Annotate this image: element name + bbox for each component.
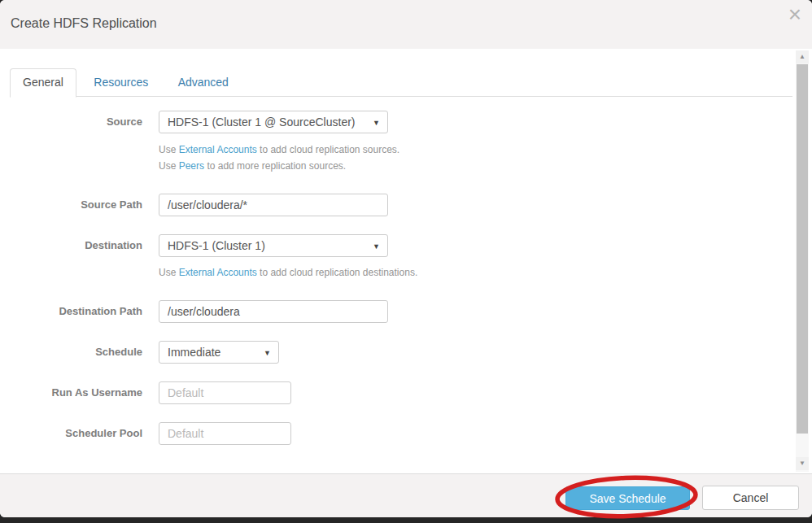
destination-path-input[interactable] xyxy=(159,300,388,323)
schedule-select[interactable]: Immediate ▼ xyxy=(159,341,279,364)
source-path-input[interactable] xyxy=(159,194,388,216)
tab-general[interactable]: General xyxy=(10,68,76,98)
destination-helper-text: Use External Accounts to add cloud repli… xyxy=(159,264,417,281)
source-helper-line-accounts: Use External Accounts to add cloud repli… xyxy=(159,142,399,158)
destination-path-label: Destination Path xyxy=(0,300,142,323)
destination-select[interactable]: HDFS-1 (Cluster 1) ▼ xyxy=(159,234,388,257)
run-as-username-label: Run As Username xyxy=(0,381,142,404)
scheduler-pool-label: Scheduler Pool xyxy=(0,422,142,445)
source-select-value: HDFS-1 (Cluster 1 @ SourceCluster) xyxy=(168,115,356,129)
destination-helper-line-accounts: Use External Accounts to add cloud repli… xyxy=(159,264,417,281)
save-schedule-button[interactable]: Save Schedule xyxy=(565,486,690,510)
dialog-title: Create HDFS Replication xyxy=(11,16,157,31)
external-accounts-link[interactable]: External Accounts xyxy=(179,267,257,278)
create-hdfs-replication-dialog: Create HDFS Replication × General Resour… xyxy=(0,0,812,517)
schedule-label: Schedule xyxy=(0,341,142,364)
source-path-label: Source Path xyxy=(0,194,142,216)
cancel-button[interactable]: Cancel xyxy=(702,486,799,510)
chevron-down-icon: ▼ xyxy=(373,111,380,134)
vertical-scrollbar[interactable]: ▲ ▼ xyxy=(796,50,809,472)
source-label: Source xyxy=(0,111,142,133)
schedule-select-value: Immediate xyxy=(168,346,220,359)
external-accounts-link[interactable]: External Accounts xyxy=(179,144,257,155)
source-helper-line-peers: Use Peers to add more replication source… xyxy=(159,158,399,174)
run-as-username-input[interactable] xyxy=(159,381,291,404)
peers-link[interactable]: Peers xyxy=(179,160,204,172)
destination-select-value: HDFS-1 (Cluster 1) xyxy=(168,239,265,252)
close-icon[interactable]: × xyxy=(788,2,801,28)
tab-advanced[interactable]: Advanced xyxy=(166,69,241,98)
scheduler-pool-input[interactable] xyxy=(159,422,291,445)
tab-resources[interactable]: Resources xyxy=(81,69,160,98)
destination-label: Destination xyxy=(0,234,142,257)
scroll-up-icon[interactable]: ▲ xyxy=(796,50,809,63)
chevron-down-icon: ▼ xyxy=(264,342,271,364)
scroll-down-icon[interactable]: ▼ xyxy=(796,457,809,470)
scrollbar-thumb[interactable] xyxy=(797,64,808,434)
source-helper-text: Use External Accounts to add cloud repli… xyxy=(159,142,399,174)
chevron-down-icon: ▼ xyxy=(373,235,380,258)
dialog-footer: Save Schedule Cancel xyxy=(0,473,812,517)
source-select[interactable]: HDFS-1 (Cluster 1 @ SourceCluster) ▼ xyxy=(159,111,388,133)
dialog-header: Create HDFS Replication × xyxy=(0,0,812,49)
tab-bar: General Resources Advanced xyxy=(10,68,792,97)
